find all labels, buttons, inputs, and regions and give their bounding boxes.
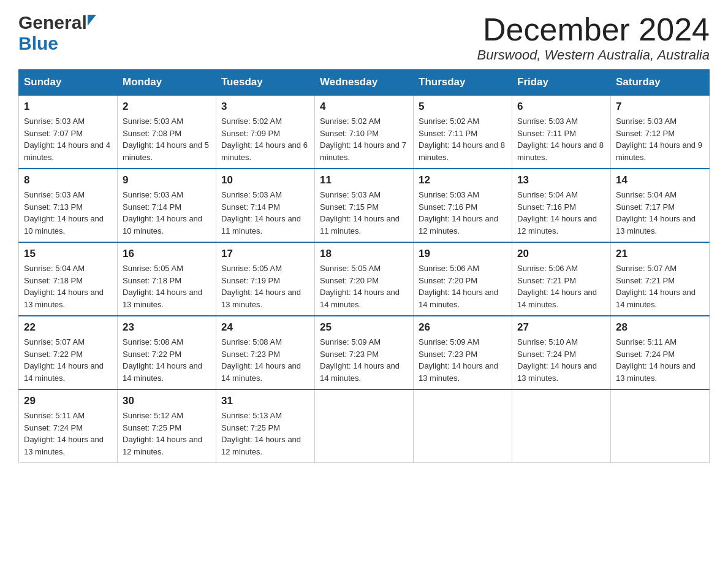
calendar-table: SundayMondayTuesdayWednesdayThursdayFrid…	[18, 69, 710, 463]
day-number: 19	[419, 248, 507, 260]
calendar-cell: 1Sunrise: 5:03 AMSunset: 7:07 PMDaylight…	[19, 95, 118, 169]
calendar-cell: 9Sunrise: 5:03 AMSunset: 7:14 PMDaylight…	[118, 169, 216, 242]
day-info: Sunrise: 5:09 AMSunset: 7:23 PMDaylight:…	[320, 336, 408, 384]
day-number: 11	[320, 174, 408, 186]
calendar-cell: 26Sunrise: 5:09 AMSunset: 7:23 PMDayligh…	[414, 316, 512, 389]
calendar-week-5: 29Sunrise: 5:11 AMSunset: 7:24 PMDayligh…	[19, 389, 710, 463]
day-number: 10	[221, 174, 309, 186]
calendar-cell: 25Sunrise: 5:09 AMSunset: 7:23 PMDayligh…	[315, 316, 414, 389]
day-number: 13	[517, 174, 605, 186]
calendar-cell: 22Sunrise: 5:07 AMSunset: 7:22 PMDayligh…	[19, 316, 118, 389]
day-info: Sunrise: 5:04 AMSunset: 7:18 PMDaylight:…	[24, 262, 112, 310]
calendar-week-4: 22Sunrise: 5:07 AMSunset: 7:22 PMDayligh…	[19, 316, 710, 389]
day-number: 22	[24, 321, 112, 334]
calendar-cell: 13Sunrise: 5:04 AMSunset: 7:16 PMDayligh…	[512, 169, 611, 242]
day-info: Sunrise: 5:03 AMSunset: 7:14 PMDaylight:…	[123, 189, 211, 237]
day-info: Sunrise: 5:02 AMSunset: 7:09 PMDaylight:…	[221, 115, 309, 163]
calendar-cell: 20Sunrise: 5:06 AMSunset: 7:21 PMDayligh…	[512, 242, 611, 316]
calendar-header-friday: Friday	[512, 70, 611, 96]
calendar-cell	[512, 389, 611, 463]
day-number: 25	[320, 321, 408, 334]
day-number: 29	[24, 395, 112, 407]
day-info: Sunrise: 5:03 AMSunset: 7:16 PMDaylight:…	[419, 189, 507, 237]
page-header: General Blue December 2024 Burswood, Wes…	[18, 12, 710, 63]
day-number: 21	[616, 248, 704, 260]
calendar-header-tuesday: Tuesday	[216, 70, 315, 96]
day-info: Sunrise: 5:11 AMSunset: 7:24 PMDaylight:…	[616, 336, 704, 384]
calendar-cell: 5Sunrise: 5:02 AMSunset: 7:11 PMDaylight…	[414, 95, 512, 169]
day-number: 6	[517, 101, 605, 113]
calendar-cell: 15Sunrise: 5:04 AMSunset: 7:18 PMDayligh…	[19, 242, 118, 316]
calendar-cell: 19Sunrise: 5:06 AMSunset: 7:20 PMDayligh…	[414, 242, 512, 316]
day-info: Sunrise: 5:03 AMSunset: 7:12 PMDaylight:…	[616, 115, 704, 163]
day-info: Sunrise: 5:12 AMSunset: 7:25 PMDaylight:…	[123, 410, 211, 458]
calendar-cell: 10Sunrise: 5:03 AMSunset: 7:14 PMDayligh…	[216, 169, 315, 242]
day-info: Sunrise: 5:03 AMSunset: 7:15 PMDaylight:…	[320, 189, 408, 237]
day-info: Sunrise: 5:08 AMSunset: 7:22 PMDaylight:…	[123, 336, 211, 384]
calendar-cell: 30Sunrise: 5:12 AMSunset: 7:25 PMDayligh…	[118, 389, 216, 463]
calendar-cell: 3Sunrise: 5:02 AMSunset: 7:09 PMDaylight…	[216, 95, 315, 169]
day-info: Sunrise: 5:06 AMSunset: 7:21 PMDaylight:…	[517, 262, 605, 310]
day-number: 28	[616, 321, 704, 334]
day-info: Sunrise: 5:09 AMSunset: 7:23 PMDaylight:…	[419, 336, 507, 384]
day-number: 2	[123, 101, 211, 113]
day-info: Sunrise: 5:03 AMSunset: 7:13 PMDaylight:…	[24, 189, 112, 237]
location-text: Burswood, Western Australia, Australia	[477, 47, 710, 63]
calendar-cell: 14Sunrise: 5:04 AMSunset: 7:17 PMDayligh…	[611, 169, 710, 242]
day-info: Sunrise: 5:02 AMSunset: 7:10 PMDaylight:…	[320, 115, 408, 163]
calendar-cell: 28Sunrise: 5:11 AMSunset: 7:24 PMDayligh…	[611, 316, 710, 389]
calendar-cell: 23Sunrise: 5:08 AMSunset: 7:22 PMDayligh…	[118, 316, 216, 389]
day-info: Sunrise: 5:11 AMSunset: 7:24 PMDaylight:…	[24, 410, 112, 458]
calendar-cell: 12Sunrise: 5:03 AMSunset: 7:16 PMDayligh…	[414, 169, 512, 242]
day-number: 4	[320, 101, 408, 113]
day-number: 5	[419, 101, 507, 113]
day-number: 24	[221, 321, 309, 334]
calendar-cell: 17Sunrise: 5:05 AMSunset: 7:19 PMDayligh…	[216, 242, 315, 316]
calendar-cell: 27Sunrise: 5:10 AMSunset: 7:24 PMDayligh…	[512, 316, 611, 389]
calendar-cell: 31Sunrise: 5:13 AMSunset: 7:25 PMDayligh…	[216, 389, 315, 463]
day-info: Sunrise: 5:13 AMSunset: 7:25 PMDaylight:…	[221, 410, 309, 458]
calendar-cell: 21Sunrise: 5:07 AMSunset: 7:21 PMDayligh…	[611, 242, 710, 316]
logo-blue-text: Blue	[18, 33, 58, 53]
calendar-cell: 16Sunrise: 5:05 AMSunset: 7:18 PMDayligh…	[118, 242, 216, 316]
day-info: Sunrise: 5:06 AMSunset: 7:20 PMDaylight:…	[419, 262, 507, 310]
calendar-week-2: 8Sunrise: 5:03 AMSunset: 7:13 PMDaylight…	[19, 169, 710, 242]
calendar-week-1: 1Sunrise: 5:03 AMSunset: 7:07 PMDaylight…	[19, 95, 710, 169]
day-number: 20	[517, 248, 605, 260]
month-title: December 2024	[477, 12, 710, 47]
calendar-cell	[414, 389, 512, 463]
calendar-cell: 29Sunrise: 5:11 AMSunset: 7:24 PMDayligh…	[19, 389, 118, 463]
calendar-cell: 11Sunrise: 5:03 AMSunset: 7:15 PMDayligh…	[315, 169, 414, 242]
calendar-header-monday: Monday	[118, 70, 216, 96]
day-number: 12	[419, 174, 507, 186]
day-info: Sunrise: 5:07 AMSunset: 7:21 PMDaylight:…	[616, 262, 704, 310]
day-info: Sunrise: 5:08 AMSunset: 7:23 PMDaylight:…	[221, 336, 309, 384]
day-number: 18	[320, 248, 408, 260]
day-info: Sunrise: 5:05 AMSunset: 7:18 PMDaylight:…	[123, 262, 211, 310]
day-info: Sunrise: 5:03 AMSunset: 7:08 PMDaylight:…	[123, 115, 211, 163]
day-info: Sunrise: 5:05 AMSunset: 7:19 PMDaylight:…	[221, 262, 309, 310]
logo-general-text: General	[18, 12, 87, 33]
calendar-cell	[611, 389, 710, 463]
calendar-cell: 4Sunrise: 5:02 AMSunset: 7:10 PMDaylight…	[315, 95, 414, 169]
day-info: Sunrise: 5:04 AMSunset: 7:17 PMDaylight:…	[616, 189, 704, 237]
day-info: Sunrise: 5:04 AMSunset: 7:16 PMDaylight:…	[517, 189, 605, 237]
logo-triangle-icon	[88, 15, 96, 26]
calendar-header-thursday: Thursday	[414, 70, 512, 96]
logo: General Blue	[18, 12, 96, 54]
day-number: 27	[517, 321, 605, 334]
day-info: Sunrise: 5:03 AMSunset: 7:07 PMDaylight:…	[24, 115, 112, 163]
calendar-header-row: SundayMondayTuesdayWednesdayThursdayFrid…	[19, 70, 710, 96]
day-number: 17	[221, 248, 309, 260]
day-number: 14	[616, 174, 704, 186]
day-number: 3	[221, 101, 309, 113]
calendar-cell	[315, 389, 414, 463]
day-number: 26	[419, 321, 507, 334]
day-info: Sunrise: 5:07 AMSunset: 7:22 PMDaylight:…	[24, 336, 112, 384]
calendar-header-sunday: Sunday	[19, 70, 118, 96]
calendar-cell: 8Sunrise: 5:03 AMSunset: 7:13 PMDaylight…	[19, 169, 118, 242]
calendar-cell: 6Sunrise: 5:03 AMSunset: 7:11 PMDaylight…	[512, 95, 611, 169]
day-number: 8	[24, 174, 112, 186]
calendar-cell: 24Sunrise: 5:08 AMSunset: 7:23 PMDayligh…	[216, 316, 315, 389]
day-number: 30	[123, 395, 211, 407]
